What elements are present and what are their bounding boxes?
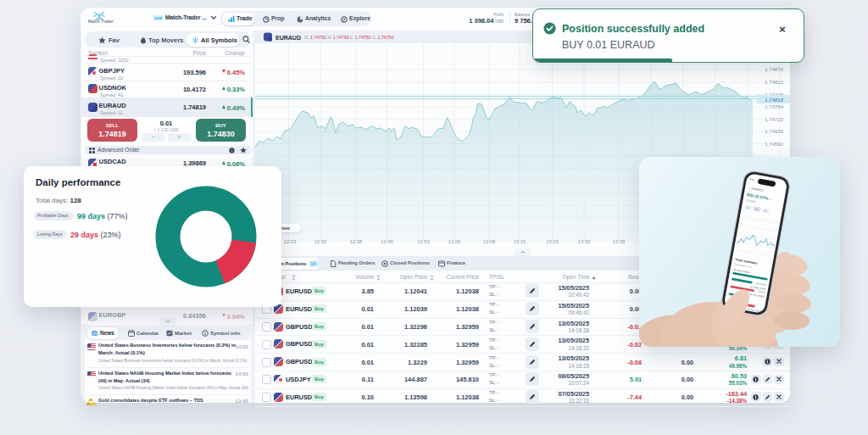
svg-text:i: i xyxy=(231,148,232,153)
svg-text:12:45: 12:45 xyxy=(381,239,393,244)
svg-text:1D: 1D xyxy=(764,209,767,213)
svg-text:13:38: 13:38 xyxy=(613,239,626,244)
svg-text:EURAUD: EURAUD xyxy=(275,35,301,41)
svg-text:1.74784: 1.74784 xyxy=(765,104,783,109)
svg-text:13:08: 13:08 xyxy=(483,239,496,244)
svg-text:1.74812: 1.74812 xyxy=(765,80,783,85)
svg-text:12:23: 12:23 xyxy=(284,239,297,244)
svg-text:12:30: 12:30 xyxy=(314,239,327,244)
svg-text:4H: 4H xyxy=(754,208,758,212)
svg-text:O: 1.74793 H: 1.74796 L: 1.7: O: 1.74793 H: 1.74796 L: 1.74750 C: 1.74… xyxy=(304,35,393,40)
svg-text:13:15: 13:15 xyxy=(514,239,526,244)
svg-text:13:23: 13:23 xyxy=(546,239,559,244)
svg-text:13:30: 13:30 xyxy=(578,239,591,244)
svg-text:1H: 1H xyxy=(746,206,749,210)
svg-text:1.74656: 1.74656 xyxy=(765,129,783,134)
svg-text:12:53: 12:53 xyxy=(417,239,430,244)
svg-text:1.74818: 1.74818 xyxy=(765,98,783,103)
svg-text:1.74592: 1.74592 xyxy=(765,142,783,147)
svg-text:1.74876: 1.74876 xyxy=(765,67,783,72)
svg-text:13:00: 13:00 xyxy=(448,239,461,244)
svg-text:1.74720: 1.74720 xyxy=(765,117,783,122)
svg-text:12:38: 12:38 xyxy=(350,239,363,244)
